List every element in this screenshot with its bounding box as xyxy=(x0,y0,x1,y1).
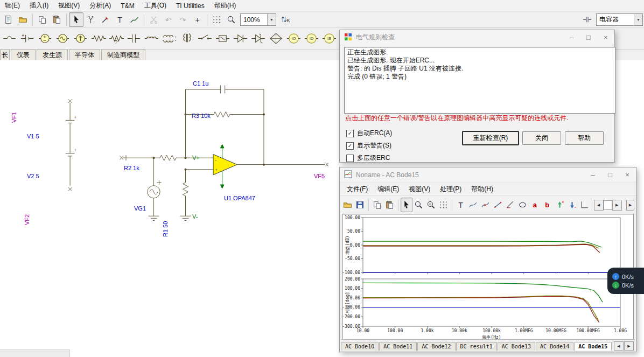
checkbox-icon[interactable]: ✓ xyxy=(346,142,354,150)
spin-prev-button[interactable]: ◀ xyxy=(594,200,604,211)
component-select[interactable]: 电容器▼ xyxy=(596,13,643,26)
text-button[interactable]: T xyxy=(454,198,467,212)
bode-menu-item-3[interactable]: 处理(P) xyxy=(435,183,466,195)
potentiometer-button[interactable] xyxy=(107,29,125,48)
label-a-button[interactable]: a xyxy=(529,198,541,212)
component-tab-2[interactable]: 发生源 xyxy=(37,49,68,61)
copy-button[interactable] xyxy=(371,198,383,212)
menu-item-4[interactable]: T&M xyxy=(116,1,139,11)
tabs-scroll-right-button[interactable]: ▶ xyxy=(624,341,634,351)
open-button[interactable] xyxy=(341,198,354,212)
erc-help-button[interactable]: 帮助 xyxy=(565,131,604,145)
pin-id-button[interactable]: ID xyxy=(303,29,320,48)
zoom-dropdown-arrow[interactable]: ▼ xyxy=(267,14,276,25)
zoom-out-button[interactable] xyxy=(425,198,437,212)
cursor-button[interactable] xyxy=(401,198,413,212)
zener-diode-button[interactable] xyxy=(249,29,267,48)
move-button[interactable]: + xyxy=(190,12,205,27)
erc-maximize-button[interactable]: □ xyxy=(580,30,597,45)
axis-corner-button[interactable] xyxy=(578,198,591,212)
jumper-button[interactable] xyxy=(1,29,18,48)
menu-item-0[interactable]: 辑(E) xyxy=(0,0,25,12)
bode-titlebar[interactable]: Noname - AC Bode15 – □ × xyxy=(340,167,636,183)
curve-marks-button[interactable] xyxy=(479,198,492,212)
menu-item-5[interactable]: 工具(O) xyxy=(139,0,171,12)
result-tab-ac-bode13[interactable]: AC Bode13 xyxy=(498,342,535,351)
pin-is-button[interactable]: IS xyxy=(320,29,338,48)
ellipse-button[interactable] xyxy=(516,198,529,212)
inductor-button[interactable] xyxy=(143,29,160,48)
remove-marker-button[interactable] xyxy=(566,198,578,212)
erc-log-line[interactable]: 警告: 的 Dis 插脚 子回路 U1 没有被连接. xyxy=(347,65,612,73)
paste-button[interactable] xyxy=(50,12,64,27)
voltage-source-button[interactable] xyxy=(36,29,54,48)
erc-recheck-button[interactable]: 重新检查(R) xyxy=(463,131,519,145)
battery-button[interactable] xyxy=(18,29,36,48)
paste-button[interactable] xyxy=(383,198,396,212)
erc-checkbox-row-1[interactable]: ✓显示警告(S) xyxy=(346,139,392,152)
curve-linear-button[interactable] xyxy=(467,198,479,212)
zoom-button[interactable] xyxy=(224,12,239,27)
network-speed-overlay[interactable]: ↑ 0K/s ↓ 0K/s xyxy=(607,268,644,294)
result-tab-ac-bode10[interactable]: AC Bode10 xyxy=(341,342,379,351)
menu-item-7[interactable]: 帮助(H) xyxy=(209,0,241,12)
result-tab-ac-bode14[interactable]: AC Bode14 xyxy=(536,342,573,351)
bode-close-button[interactable]: × xyxy=(619,167,636,182)
bridge-rectifier-button[interactable] xyxy=(267,29,285,48)
current-source-button[interactable] xyxy=(72,29,89,48)
result-tab-ac-bode11[interactable]: AC Bode11 xyxy=(379,342,417,351)
bode-minimize-button[interactable]: – xyxy=(584,167,601,182)
erc-checkbox-row-2[interactable]: 多层级ERC xyxy=(346,152,392,164)
open-button[interactable] xyxy=(16,12,30,27)
result-tab-dc-result1[interactable]: DC result1 xyxy=(456,342,497,351)
bode-menu-item-1[interactable]: 编辑(E) xyxy=(373,183,404,195)
probe-button[interactable] xyxy=(98,12,113,27)
result-tab-ac-bode15[interactable]: AC Bode15 xyxy=(574,342,612,351)
erc-log-line[interactable]: 完成 (0 错误; 1 警告) xyxy=(347,73,612,81)
grid-button[interactable] xyxy=(209,12,224,27)
component-tab-3[interactable]: 半导体 xyxy=(69,49,100,61)
erc-close-button[interactable]: × xyxy=(597,30,614,45)
grid-button[interactable] xyxy=(437,198,450,212)
wire-button[interactable] xyxy=(127,12,142,27)
resistor-button[interactable] xyxy=(89,29,107,48)
copy-button[interactable] xyxy=(35,12,50,27)
text-button[interactable]: T xyxy=(113,12,127,27)
erc-log-line[interactable]: 正在生成图形. xyxy=(347,48,612,57)
component-dropdown-arrow[interactable]: ▼ xyxy=(634,14,642,25)
erc-minimize-button[interactable]: – xyxy=(563,30,580,45)
plot-area[interactable]: 100.0050.000.00-50.00-100.00增益(dB)200.00… xyxy=(342,214,634,340)
bode-menu-item-2[interactable]: 视图(V) xyxy=(404,183,435,195)
erc-checkbox-row-0[interactable]: ✓自动ERC(A) xyxy=(346,127,392,139)
relay-button[interactable] xyxy=(214,29,232,48)
spin-next-button[interactable]: ▶ xyxy=(612,200,622,211)
voltage-generator-button[interactable] xyxy=(54,29,72,48)
result-tab-ac-bode12[interactable]: AC Bode12 xyxy=(417,342,455,351)
checkbox-icon[interactable]: ✓ xyxy=(346,130,354,137)
select-cursor-button[interactable] xyxy=(69,12,83,27)
menu-item-6[interactable]: TI Utilities xyxy=(171,1,209,11)
bode-menu-item-0[interactable]: 文件(F) xyxy=(342,183,373,195)
bode-menu-item-4[interactable]: 帮助(H) xyxy=(466,183,498,195)
menu-item-2[interactable]: 视图(V) xyxy=(53,0,85,12)
advance-button[interactable]: ▶ xyxy=(626,200,634,211)
interactive-mode-button[interactable]: K xyxy=(278,12,292,27)
erc-log-line[interactable]: 已经生成图形. 现在开始ERC... xyxy=(347,57,612,65)
pin-io-button[interactable]: IO xyxy=(285,29,303,48)
transformer-button[interactable] xyxy=(178,29,196,48)
coupled-inductor-button[interactable] xyxy=(160,29,178,48)
menu-item-3[interactable]: 分析(A) xyxy=(85,0,116,12)
line-segment-button[interactable] xyxy=(492,198,504,212)
label-b-button[interactable]: b xyxy=(541,198,554,212)
menu-item-1[interactable]: 插入(I) xyxy=(25,0,53,12)
slope-button[interactable] xyxy=(504,198,516,212)
add-marker-button[interactable] xyxy=(554,198,566,212)
save-button[interactable] xyxy=(354,198,366,212)
checkbox-icon[interactable] xyxy=(346,155,354,162)
zoom-in-button[interactable] xyxy=(412,198,425,212)
component-symbol-button[interactable] xyxy=(580,12,594,27)
component-tool-button[interactable] xyxy=(83,12,98,27)
erc-titlebar[interactable]: 电气规则检查 – □ × xyxy=(340,30,614,45)
new-button[interactable] xyxy=(1,12,16,27)
component-tab-1[interactable]: 仪表 xyxy=(11,49,36,61)
